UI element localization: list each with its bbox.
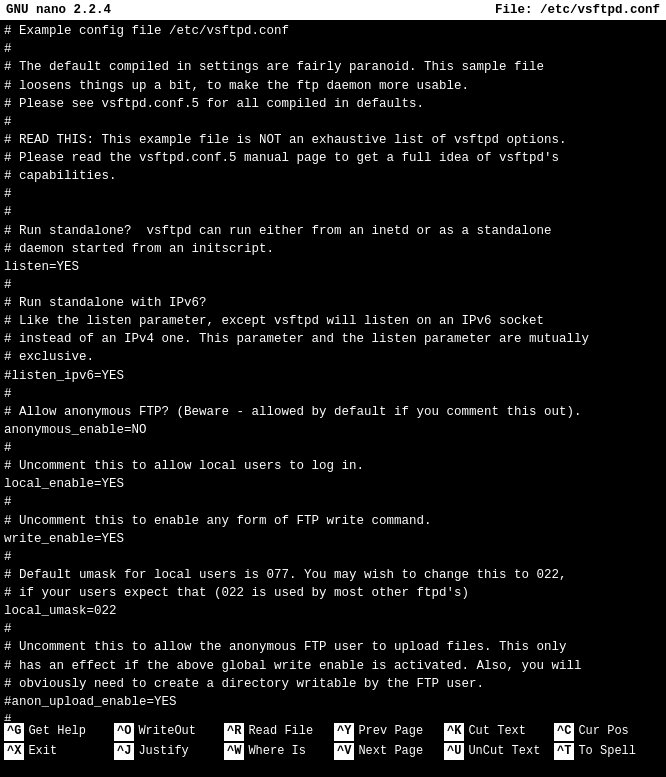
shortcut-item[interactable]: ^VNext Page bbox=[334, 743, 444, 760]
shortcut-key: ^G bbox=[4, 723, 24, 740]
shortcut-key: ^W bbox=[224, 743, 244, 760]
shortcut-item[interactable]: ^WWhere Is bbox=[224, 743, 334, 760]
shortcut-item[interactable]: ^UUnCut Text bbox=[444, 743, 554, 760]
app-title: GNU nano 2.2.4 bbox=[6, 1, 111, 19]
shortcut-label: Read File bbox=[244, 723, 313, 740]
status-bar: ^GGet Help^OWriteOut^RRead File^YPrev Pa… bbox=[0, 721, 666, 771]
shortcut-label: WriteOut bbox=[134, 723, 196, 740]
shortcut-label: To Spell bbox=[574, 743, 636, 760]
shortcut-key: ^Y bbox=[334, 723, 354, 740]
shortcut-label: Cur Pos bbox=[574, 723, 628, 740]
file-title: File: /etc/vsftpd.conf bbox=[495, 1, 660, 19]
title-bar: GNU nano 2.2.4 File: /etc/vsftpd.conf bbox=[0, 0, 666, 20]
shortcut-key: ^U bbox=[444, 743, 464, 760]
shortcut-key: ^R bbox=[224, 723, 244, 740]
shortcut-label: Get Help bbox=[24, 723, 86, 740]
shortcut-key: ^V bbox=[334, 743, 354, 760]
shortcut-item[interactable]: ^XExit bbox=[4, 743, 114, 760]
shortcut-key: ^J bbox=[114, 743, 134, 760]
shortcut-item[interactable]: ^CCur Pos bbox=[554, 723, 664, 740]
shortcut-label: Next Page bbox=[354, 743, 423, 760]
shortcut-label: Exit bbox=[24, 743, 57, 760]
shortcut-item[interactable]: ^JJustify bbox=[114, 743, 224, 760]
shortcut-item[interactable]: ^OWriteOut bbox=[114, 723, 224, 740]
shortcut-label: UnCut Text bbox=[464, 743, 540, 760]
shortcut-item[interactable]: ^YPrev Page bbox=[334, 723, 444, 740]
shortcut-key: ^K bbox=[444, 723, 464, 740]
shortcut-item[interactable]: ^KCut Text bbox=[444, 723, 554, 740]
file-content: # Example config file /etc/vsftpd.conf #… bbox=[4, 22, 662, 721]
shortcut-row-2: ^XExit^JJustify^WWhere Is^VNext Page^UUn… bbox=[4, 742, 662, 761]
shortcut-label: Cut Text bbox=[464, 723, 526, 740]
shortcut-label: Justify bbox=[134, 743, 188, 760]
shortcut-label: Where Is bbox=[244, 743, 306, 760]
shortcut-key: ^C bbox=[554, 723, 574, 740]
content-area: # Example config file /etc/vsftpd.conf #… bbox=[0, 20, 666, 721]
shortcut-key: ^X bbox=[4, 743, 24, 760]
shortcut-key: ^O bbox=[114, 723, 134, 740]
shortcut-item[interactable]: ^TTo Spell bbox=[554, 743, 664, 760]
shortcut-label: Prev Page bbox=[354, 723, 423, 740]
shortcut-row-1: ^GGet Help^OWriteOut^RRead File^YPrev Pa… bbox=[4, 722, 662, 741]
shortcut-item[interactable]: ^RRead File bbox=[224, 723, 334, 740]
shortcut-item[interactable]: ^GGet Help bbox=[4, 723, 114, 740]
shortcut-key: ^T bbox=[554, 743, 574, 760]
